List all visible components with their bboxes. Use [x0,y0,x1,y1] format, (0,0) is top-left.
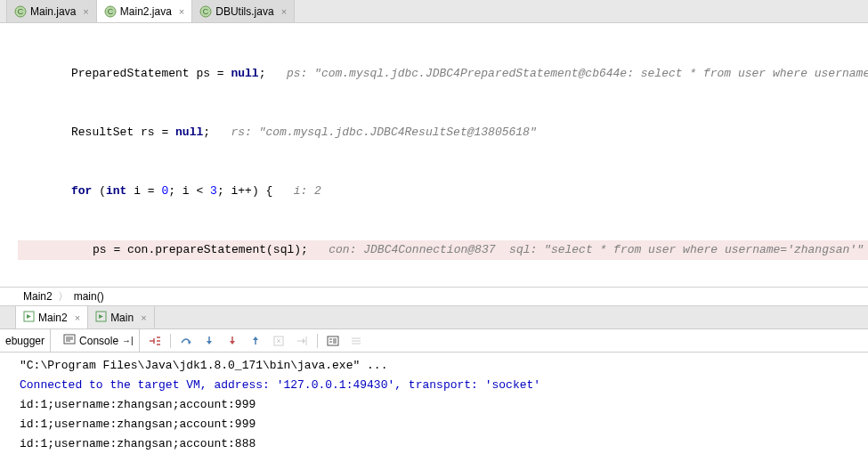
console-line: id:1;username:zhangsan;account:999 [20,395,868,415]
svg-rect-18 [328,336,338,345]
debug-tab-label: Main [110,312,134,324]
console-line: Connected to the target VM, address: '12… [20,376,868,395]
svg-marker-12 [207,341,212,345]
code-editor[interactable]: PreparedStatement ps = null; ps: "com.my… [0,23,868,287]
settings-icon[interactable] [348,333,364,349]
svg-marker-7 [27,314,31,319]
tab-dbutils-java[interactable]: C DBUtils.java × [192,0,295,22]
console-output[interactable]: "C:\Program Files\Java\jdk1.8.0_171\bin\… [0,353,868,454]
step-toggle-icon[interactable] [147,333,163,349]
console-line: "C:\Program Files\Java\jdk1.8.0_171\bin\… [20,356,868,376]
console-icon [63,333,76,348]
editor-tabs: C Main.java × C Main2.java × C DBUtils.j… [0,0,868,23]
tab-main-java[interactable]: C Main.java × [7,0,97,22]
breadcrumb: Main2 〉 main() [0,287,868,306]
run-config-icon [23,311,35,325]
tab-label: Main.java [30,5,76,18]
debugger-tabs: Main2 × Main × [0,306,868,329]
svg-marker-14 [253,336,258,340]
breadcrumb-item[interactable]: main() [74,290,104,303]
step-over-icon[interactable] [178,333,194,349]
close-icon[interactable]: × [75,312,80,323]
debugger-toolbar: ebugger Console →| [0,329,868,353]
console-line: id:1;username:zhangsan;account:888 [20,434,868,454]
arrow-right-icon: →| [122,336,134,345]
chevron-right-icon: 〉 [58,289,69,304]
tab-sliver [0,0,7,22]
run-config-icon [95,311,107,325]
debug-tab-label: Main2 [38,312,68,324]
svg-text:C: C [108,7,114,16]
debug-tab-main2[interactable]: Main2 × [16,306,88,328]
drop-frame-icon[interactable] [271,333,287,349]
step-out-icon[interactable] [247,333,264,349]
code-line: ResultSet rs = null; rs: "com.mysql.jdbc… [18,123,868,142]
svg-marker-16 [303,338,305,344]
java-class-icon: C [104,5,117,18]
console-tab-button[interactable]: Console →| [58,329,140,352]
debugger-tab-button[interactable]: ebugger [0,329,51,352]
close-icon[interactable]: × [281,6,287,17]
debug-tab-main[interactable]: Main × [88,306,154,328]
close-icon[interactable]: × [141,312,146,323]
code-line: for (int i = 0; i < 3; i++) { i: 2 [18,182,868,201]
tab-main2-java[interactable]: C Main2.java × [97,0,192,22]
java-class-icon: C [199,5,212,18]
svg-marker-9 [99,314,103,319]
svg-marker-13 [230,341,235,345]
code-line-execution: ps = con.prepareStatement(sql); con: JDB… [18,240,868,260]
svg-text:C: C [18,7,24,16]
tab-label: DBUtils.java [215,5,273,18]
close-icon[interactable]: × [179,6,184,17]
code-line: PreparedStatement ps = null; ps: "com.my… [18,64,868,84]
close-icon[interactable]: × [83,6,88,17]
tab-label: Main2.java [120,5,172,18]
run-to-cursor-icon[interactable] [294,333,310,349]
svg-text:C: C [203,7,209,16]
console-line: id:1;username:zhangsan;account:999 [20,415,868,434]
step-into-icon[interactable] [201,333,217,349]
evaluate-icon[interactable] [325,333,341,349]
java-class-icon: C [14,5,27,18]
force-step-into-icon[interactable] [224,333,240,349]
breadcrumb-item[interactable]: Main2 [23,290,53,303]
